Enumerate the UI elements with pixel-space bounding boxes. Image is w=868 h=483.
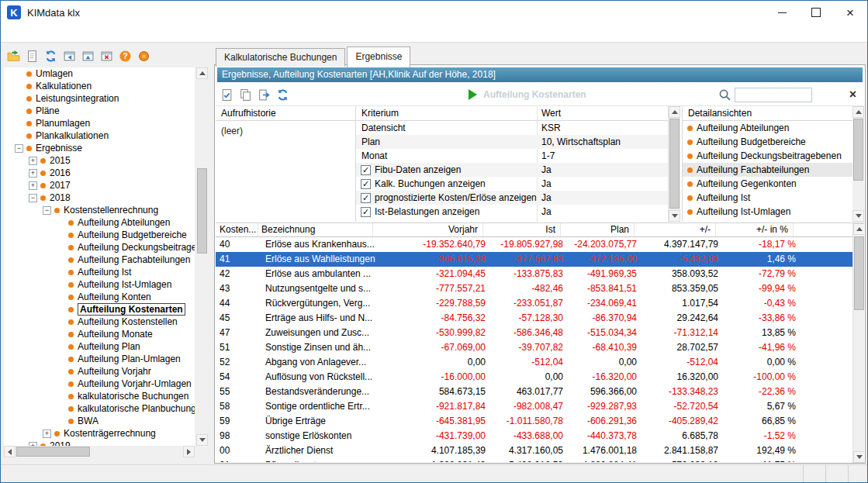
table-row[interactable]: 59 Übrige Erträge -645.381,95 -1.011.580…	[216, 414, 864, 429]
tree-item[interactable]: Umlagen	[4, 67, 195, 80]
criteria-row[interactable]: Kalk. Buchungen anzeigen Ja	[356, 177, 668, 191]
tab[interactable]: Ergebnisse	[347, 47, 410, 67]
table-row[interactable]: 51 Sonstige Zinsen und äh... -67.069,00 …	[216, 340, 864, 355]
table-row[interactable]: 00 Ärztlicher Dienst 4.107.185,39 4.317.…	[216, 443, 864, 458]
criteria-row[interactable]: Ist-Belastungen anzeigen Ja	[356, 205, 668, 219]
scrollbar-thumb[interactable]	[854, 236, 864, 310]
tree-item[interactable]: Aufteilung Plan-Umlagen	[4, 353, 195, 365]
scroll-up-button[interactable]	[669, 106, 680, 118]
criteria-row[interactable]: Plan 10, Wirtschaftsplan	[356, 135, 668, 149]
detail-view-item[interactable]: Aufteilung Ist	[683, 191, 852, 205]
tree-item[interactable]: Plankalkulationen	[4, 129, 195, 142]
criteria-row[interactable]: Datensicht KSR	[356, 121, 668, 135]
detail-view-item[interactable]: Aufteilung Abteilungen	[683, 121, 852, 135]
column-header-bezeichnung[interactable]: Bezeichnung	[258, 223, 373, 236]
table-row[interactable]: 40 Erlöse aus Krankenhaus... -19.352.640…	[216, 237, 864, 252]
tree-item[interactable]: 2016	[4, 167, 195, 179]
tree-expander-icon[interactable]	[43, 430, 51, 438]
scroll-up-button[interactable]	[853, 223, 864, 235]
tree-item[interactable]: Planumlagen	[4, 117, 195, 129]
tree-expander-icon[interactable]	[15, 144, 23, 153]
minimize-button[interactable]	[765, 1, 799, 24]
open-folder-icon[interactable]	[4, 47, 22, 65]
tree-item[interactable]: kalkulatorische Buchungen	[4, 390, 195, 402]
scroll-down-button[interactable]	[196, 434, 208, 446]
criteria-row[interactable]: Fibu-Daten anzeigen Ja	[356, 163, 668, 177]
detail-view-item[interactable]: Aufteilung Ist-Umlagen	[683, 205, 852, 219]
scroll-right-button[interactable]	[183, 446, 195, 457]
run-label[interactable]: Aufteilung Kostenarten	[483, 89, 586, 100]
clear-search-icon[interactable]: ×	[849, 88, 856, 101]
checkbox-checked-icon[interactable]	[361, 193, 371, 203]
detail-view-item[interactable]: Aufteilung Deckungsbeitragebenen	[683, 149, 852, 163]
criteria-row[interactable]: Monat 1-7	[356, 149, 668, 163]
tab[interactable]: Kalkulatorische Buchungen	[216, 48, 345, 67]
table-row[interactable]: 43 Nutzungsentgelte und s... -777.557,21…	[216, 281, 864, 296]
new-document-icon[interactable]	[22, 47, 41, 65]
copy-icon[interactable]	[236, 85, 254, 104]
refresh-icon[interactable]	[41, 47, 60, 65]
menu-item[interactable]	[46, 30, 60, 36]
table-row[interactable]: 42 Erlöse aus ambulanten ... -321.094,45…	[216, 267, 864, 281]
detail-view-item[interactable]: Aufteilung Fachabteilungen	[683, 163, 852, 177]
column-header-diff-pct[interactable]: +/- in %	[716, 223, 794, 236]
table-row[interactable]: 52 Abgang von Anlagever... 0,00 -512,04 …	[216, 355, 864, 370]
column-header-vorjahr[interactable]: Vorjahr	[373, 223, 483, 236]
tree-item[interactable]: Aufteilung Deckungsbeitrage	[4, 241, 195, 254]
table-row[interactable]: 98 sonstige Erlöskonten -431.739,00 -433…	[216, 429, 864, 443]
tree-item[interactable]: Aufteilung Abteilungen	[4, 216, 195, 229]
detail-view-item[interactable]: Aufteilung Budgetbereiche	[683, 135, 852, 149]
help-icon[interactable]: ?	[116, 47, 134, 65]
scroll-up-button[interactable]	[852, 106, 864, 118]
criteria-row[interactable]: prognostizierte Kosten/Erlöse anzeigen J…	[356, 191, 668, 205]
tree-item[interactable]: 2019	[4, 440, 195, 446]
tree-expander-icon[interactable]	[29, 194, 37, 202]
run-icon[interactable]	[469, 89, 477, 100]
dock-left-icon[interactable]	[60, 47, 78, 65]
column-header-diff[interactable]: +/-	[635, 223, 716, 236]
menu-item[interactable]	[18, 30, 32, 36]
tree-item[interactable]: Pläne	[4, 105, 195, 117]
table-row[interactable]: 01 Pflegedienst 1.966.891,43 5.438.916,5…	[216, 458, 864, 462]
tree-item[interactable]: 2018	[4, 191, 195, 204]
tree-item[interactable]: Aufteilung Fachabteilungen	[4, 254, 195, 266]
tree-item[interactable]: Leistungsintegration	[4, 92, 195, 105]
menu-item[interactable]	[4, 30, 18, 36]
table-row[interactable]: 58 Sontige ordentliche Ertr... -921.817,…	[216, 399, 864, 414]
table-row[interactable]: 54 Auflösung von Rückstell... -16.000,00…	[216, 370, 864, 385]
table-row[interactable]: 45 Erträge aus Hilfs- und N... -84.756,3…	[216, 311, 864, 326]
record-icon[interactable]	[134, 47, 153, 65]
scroll-down-button[interactable]	[853, 451, 864, 463]
tree-item[interactable]: Aufteilung Konten	[4, 291, 195, 303]
tree-horizontal-scrollbar[interactable]	[4, 446, 195, 457]
tree-item[interactable]: BWA	[4, 415, 195, 427]
export-icon[interactable]	[254, 85, 273, 104]
tree-item[interactable]: kalkulatorische Planbuchungen	[4, 402, 195, 415]
criteria-scrollbar[interactable]	[668, 106, 680, 222]
detail-views-scrollbar[interactable]	[852, 106, 864, 222]
checkbox-checked-icon[interactable]	[361, 165, 371, 175]
tree-item[interactable]: Kostenträgerrechnung	[4, 427, 195, 440]
scroll-down-button[interactable]	[669, 210, 680, 222]
tree-item[interactable]: Aufteilung Budgetbereiche	[4, 229, 195, 241]
tree-vertical-scrollbar[interactable]	[196, 67, 208, 446]
close-panel-icon[interactable]	[97, 47, 116, 65]
column-header-plan[interactable]: Plan	[561, 223, 635, 236]
tree-expander-icon[interactable]	[43, 206, 51, 215]
maximize-button[interactable]	[799, 1, 833, 24]
scrollbar-thumb[interactable]	[669, 119, 680, 209]
checklist-icon[interactable]	[217, 85, 236, 104]
tree-item[interactable]: Kalkulationen	[4, 80, 195, 92]
tree-item[interactable]: Aufteilung Ist-Umlagen	[4, 278, 195, 291]
scroll-left-button[interactable]	[4, 446, 16, 457]
tree-expander-icon[interactable]	[29, 169, 37, 178]
tree-expander-icon[interactable]	[29, 181, 37, 190]
tree-item[interactable]: Aufteilung Vorjahr-Umlagen	[4, 378, 195, 390]
scroll-down-button[interactable]	[852, 210, 864, 222]
table-row[interactable]: 47 Zuweisungen und Zusc... -530.999,82 -…	[216, 326, 864, 340]
tree-item[interactable]: Aufteilung Monate	[4, 328, 195, 340]
tree-item[interactable]: Aufteilung Vorjahr	[4, 365, 195, 378]
column-header-kostenart[interactable]: Kosten...	[216, 223, 258, 236]
dock-up-icon[interactable]	[78, 47, 97, 65]
tree-item[interactable]: Ergebnisse	[4, 142, 195, 154]
